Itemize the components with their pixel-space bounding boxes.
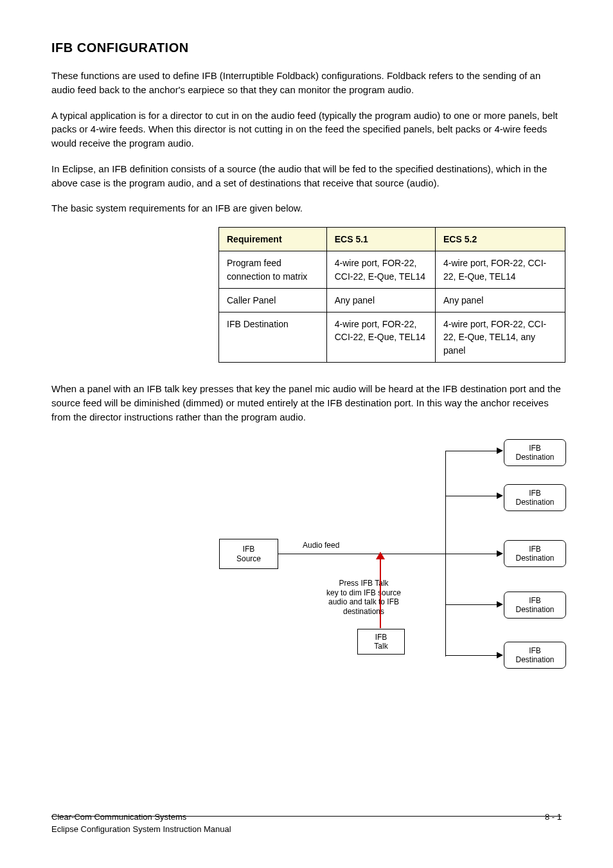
page-footer: Clear-Com Communication Systems Eclipse … [51,811,562,836]
cell: 4-wire port, FOR-22, CCI-22, E-Que, TEL1… [436,312,565,363]
arrow-up-icon [376,552,385,559]
table-header-row: Requirement ECS 5.1 ECS 5.2 [219,228,565,251]
line [445,554,498,554]
line [445,604,498,605]
table-row: Program feed connection to matrix 4-wire… [219,251,565,289]
cell: 4-wire port, FOR-22, CCI-22, E-Que, TEL1… [436,251,565,289]
cell: Caller Panel [219,288,327,312]
intro-paragraph-4: The basic system requirements for an IFB… [51,201,562,215]
ifb-destination-box: IFBDestination [504,642,566,669]
table-row: IFB Destination 4-wire port, FOR-22, CCI… [219,312,565,363]
press-ifb-note: Press IFB Talkkey to dim IFB sourceaudio… [312,579,415,616]
arrow-right-icon [497,601,503,608]
ifb-talk-line [380,556,381,628]
ifb-source-box: IFBSource [219,539,278,569]
audio-feed-label: Audio feed [303,541,339,550]
ifb-diagram: IFBSource IFBDestination IFBDestination … [218,435,567,674]
ifb-talk-box: IFBTalk [357,629,405,655]
ifb-destination-box: IFBDestination [504,484,566,511]
th-requirement: Requirement [219,228,327,251]
intro-paragraph-2: A typical application is for a director … [51,109,562,150]
arrow-right-icon [497,652,503,658]
ifb-destination-box: IFBDestination [504,592,566,619]
line [445,655,498,656]
intro-paragraph-3: In Eclipse, an IFB definition consists o… [51,162,562,190]
line [445,451,498,451]
th-ecs51: ECS 5.1 [326,228,435,251]
footer-left: Clear-Com Communication Systems Eclipse … [51,811,231,836]
cell: Any panel [436,288,565,312]
arrow-right-icon [497,493,503,499]
ifb-destination-box: IFBDestination [504,439,566,466]
th-ecs52: ECS 5.2 [436,228,565,251]
ifb-destination-box: IFBDestination [504,540,566,567]
section-title: IFB CONFIGURATION [51,39,562,57]
line [278,554,445,554]
footer-page-number: 8 - 1 [545,811,562,836]
cell: 4-wire port, FOR-22, CCI-22, E-Que, TEL1… [326,251,435,289]
arrow-right-icon [497,550,503,557]
line [445,496,498,496]
after-table-paragraph: When a panel with an IFB talk key presse… [51,382,562,424]
arrow-right-icon [497,448,503,454]
table-row: Caller Panel Any panel Any panel [219,288,565,312]
cell: Any panel [326,288,435,312]
requirements-table: Requirement ECS 5.1 ECS 5.2 Program feed… [218,227,565,363]
cell: IFB Destination [219,312,327,363]
cell: Program feed connection to matrix [219,251,327,289]
cell: 4-wire port, FOR-22, CCI-22, E-Que, TEL1… [326,312,435,363]
intro-paragraph-1: These functions are used to define IFB (… [51,69,562,97]
